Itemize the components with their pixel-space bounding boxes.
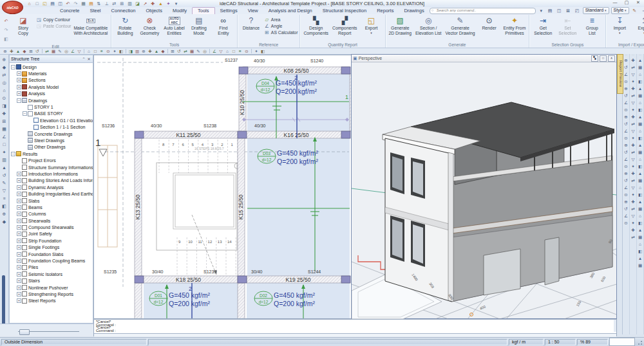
tool-icon-21[interactable]: ✚ xyxy=(147,48,153,54)
undo-icon[interactable]: ↶ xyxy=(2,17,10,25)
search-input[interactable]: ○ Search any command.. xyxy=(430,8,536,14)
story-copy-button[interactable]: ◪StoryCopy xyxy=(11,15,35,36)
left-tool-icon-4[interactable]: ⌂ xyxy=(1,87,8,95)
tree-expander-icon[interactable]: + xyxy=(17,219,21,223)
standard-select[interactable]: Standard ▾ xyxy=(583,7,609,14)
tree-expander-icon[interactable]: + xyxy=(17,212,21,216)
window-icon[interactable]: ◰ xyxy=(574,8,581,14)
as-calculator-button[interactable]: ⊞AS Calculator xyxy=(264,30,298,35)
right-tool-icon-1-5[interactable]: ⇄ xyxy=(630,92,636,99)
tree-expander-icon[interactable]: + xyxy=(17,199,21,203)
angle-button[interactable]: ∠Angle xyxy=(264,23,298,29)
tab-tools[interactable]: Tools xyxy=(192,7,215,15)
right-tool-icon-2-14[interactable]: ⌂ xyxy=(637,156,643,163)
right-tool-icon-1-3[interactable]: ✦ xyxy=(630,78,636,85)
tree-expander-icon[interactable]: + xyxy=(17,259,21,263)
tree-expander-icon[interactable]: + xyxy=(17,292,21,296)
tab-analysis-and-design[interactable]: Analysis and Design xyxy=(263,7,317,14)
paste-contour-button[interactable]: ◳Paste Contour xyxy=(36,23,71,29)
right-tool-icon-2-28[interactable]: ▲ xyxy=(637,255,643,262)
right-tool-icon-1-8[interactable]: ✚ xyxy=(630,113,636,120)
right-tool-icon-2-26[interactable]: ⌂ xyxy=(637,241,643,248)
right-tool-icon-2-29[interactable]: ▦ xyxy=(637,262,643,269)
tab-steel[interactable]: Steel xyxy=(84,7,106,14)
tool-icon-31[interactable]: ▽ xyxy=(218,48,224,54)
plan-drawing-window[interactable]: 87654321910111213141516 STEPS 18.8/25.7K… xyxy=(93,55,359,319)
right-tool-icon-1-16[interactable]: ✚ xyxy=(630,170,636,177)
right-tool-icon-2-13[interactable]: ▦ xyxy=(637,149,643,156)
tree-item-concrete-drawings[interactable]: Concrete Drawings xyxy=(10,131,93,137)
left-tool-icon-18[interactable]: ≡ xyxy=(1,195,8,203)
right-tool-icon-0-2[interactable]: ∠ xyxy=(623,71,629,78)
right-tool-icon-2-27[interactable]: ◧ xyxy=(637,248,643,255)
right-tool-icon-2-3[interactable]: ◧ xyxy=(637,78,643,85)
save-icon[interactable]: ▤ xyxy=(49,1,56,7)
left-tool-icon-14[interactable]: ▲ xyxy=(1,164,8,172)
right-tool-icon-2-24[interactable]: ▲ xyxy=(637,226,643,233)
left-tool-icon-11[interactable]: □ xyxy=(1,141,8,149)
right-tool-icon-1-12[interactable]: ✚ xyxy=(630,141,636,149)
tool-icon-33[interactable]: □ xyxy=(231,48,237,54)
right-tool-icon-1-6[interactable]: ▽ xyxy=(630,99,636,106)
right-tool-icon-2-11[interactable]: ◧ xyxy=(637,134,643,141)
tree-item-section-1-1-1-section[interactable]: Section 1 / 1-1 Section xyxy=(10,124,93,131)
left-tool-icon-21[interactable]: ◆ xyxy=(1,218,8,226)
tree-expander-icon[interactable]: – xyxy=(23,111,27,116)
right-tool-icon-0-16[interactable]: ⊕ xyxy=(623,170,629,177)
tree-item-strip-foundation[interactable]: +Strip Foundation xyxy=(10,237,93,244)
tree-item-structure-summary-informations[interactable]: Structure Summary Informations xyxy=(10,164,93,170)
perspective-window[interactable]: ▣ Perspective ▚ □ ∧ xyxy=(351,54,617,319)
right-tool-icon-0-12[interactable]: ⊕ xyxy=(623,141,629,149)
stair-plan[interactable]: 87654321910111213141516 STEPS 18.8/25.7 xyxy=(156,140,242,276)
tool-icon-4[interactable]: ⊞ xyxy=(28,48,34,54)
generate-2d-drawing-button[interactable]: ▧Generate2D Drawing xyxy=(387,15,414,36)
right-tool-icon-1-1[interactable]: ⇄ xyxy=(630,64,636,71)
right-tool-icon-1-22[interactable]: ▽ xyxy=(630,212,636,219)
tool-icon-22[interactable]: ▲ xyxy=(153,48,160,54)
right-tool-icon-1-23[interactable]: ✦ xyxy=(630,219,636,226)
tree-expander-icon[interactable]: – xyxy=(11,65,15,69)
check-geometry-button[interactable]: ⊗CheckGeometry xyxy=(137,15,162,36)
tree-item-analysis-model[interactable]: +Analysis Model xyxy=(10,84,93,90)
tool-icon-9[interactable]: ◎ xyxy=(63,48,70,54)
tree-item-drawings[interactable]: –Drawings xyxy=(10,97,93,104)
level-icon[interactable]: ⊥ xyxy=(103,1,110,7)
right-tool-icon-0-20[interactable]: ⊕ xyxy=(623,198,629,205)
maximize-button[interactable]: ▢ xyxy=(623,0,630,5)
column-2[interactable] xyxy=(135,131,144,138)
pin-panel-icon[interactable]: ⌃ xyxy=(81,57,86,61)
tool-icon-29[interactable]: ◎ xyxy=(202,48,208,54)
column-1[interactable] xyxy=(341,67,350,74)
minimize-button[interactable]: — xyxy=(611,0,619,5)
left-tool-icon-9[interactable]: ▦ xyxy=(1,125,8,133)
tool-icon-35[interactable]: ⊙ xyxy=(243,48,250,54)
undo-icon[interactable]: ↶ xyxy=(64,1,71,7)
close-button[interactable]: ✕ xyxy=(634,0,642,5)
viewport-collapse-button[interactable]: ∧ xyxy=(608,55,615,62)
right-tool-icon-0-23[interactable]: ⊙ xyxy=(623,219,629,226)
building-3d[interactable] xyxy=(383,102,614,302)
right-tool-icon-2-2[interactable]: ⌂ xyxy=(637,71,643,78)
tree-expander-icon[interactable]: + xyxy=(17,232,21,236)
print-preview-icon[interactable]: ◫ xyxy=(556,8,563,14)
tree-expander-icon[interactable]: + xyxy=(17,286,21,290)
tree-item-introduction-informations[interactable]: +Introduction Informations xyxy=(10,170,93,177)
left-tool-icon-12[interactable]: ✦ xyxy=(1,149,8,156)
tree-item-dynamic-analysis[interactable]: +Dynamic Analysis xyxy=(10,184,93,190)
left-tool-icon-19[interactable]: ◧ xyxy=(1,203,8,210)
crosshair-icon[interactable]: ✚ xyxy=(149,1,156,7)
tree-item-story-1[interactable]: STORY 1 xyxy=(10,104,93,110)
home-icon[interactable]: ⌂ xyxy=(26,1,33,7)
right-tool-icon-2-16[interactable]: ▲ xyxy=(637,170,643,177)
right-tool-icon-2-6[interactable]: ⌂ xyxy=(637,99,643,106)
tool-icon-28[interactable]: ✎ xyxy=(195,48,202,54)
tree-item-piles[interactable]: +Piles xyxy=(10,264,93,271)
tree-item-elevation-g1-g1-elevation[interactable]: Elevation G1 / G1 Elevation xyxy=(10,117,93,123)
tree-item-results[interactable]: –Results xyxy=(10,150,93,157)
tree-item-beams[interactable]: +Beams xyxy=(10,204,93,210)
plan-drawing-canvas[interactable]: 87654321910111213141516 STEPS 18.8/25.7K… xyxy=(94,55,359,318)
tree-item-stairs[interactable]: +Stairs xyxy=(10,278,93,284)
right-tool-icon-2-1[interactable]: ▦ xyxy=(637,64,643,71)
tree-item-materials[interactable]: +Materials xyxy=(10,70,93,77)
slider-thumb[interactable] xyxy=(19,329,30,335)
